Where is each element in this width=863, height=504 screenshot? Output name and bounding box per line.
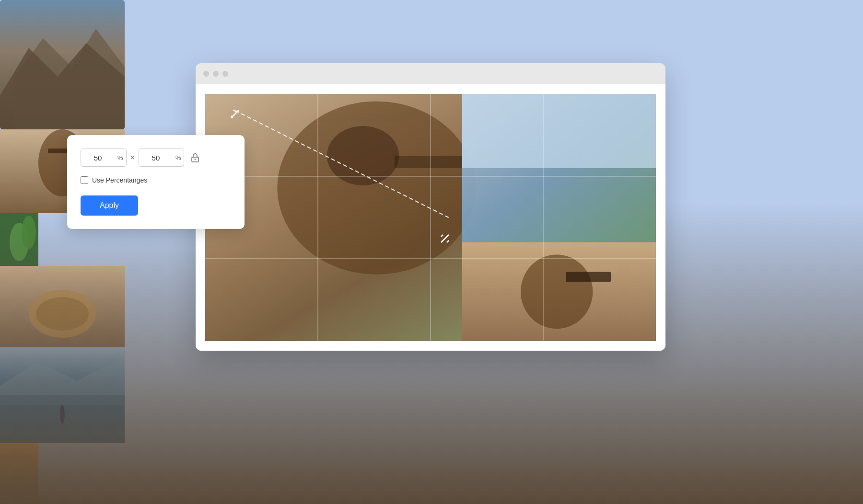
use-percentages-row: Use Percentanges [81,176,231,184]
browser-dot-green [222,71,228,77]
use-percentages-checkbox[interactable] [81,176,88,184]
width-unit: % [115,154,126,161]
lock-icon[interactable] [188,150,202,165]
width-input-container: % [81,149,127,167]
height-input[interactable] [139,154,173,162]
width-input[interactable] [81,154,115,162]
svg-rect-28 [462,94,656,168]
svg-rect-26 [395,156,462,168]
resize-popup: % × % Use Percentanges Apply [67,135,245,229]
browser-dot-red [203,71,209,77]
main-photo-area [205,94,656,341]
browser-titlebar [196,63,665,84]
svg-point-31 [521,254,593,329]
svg-point-24 [277,101,476,274]
svg-point-48 [195,159,196,160]
apply-button[interactable]: Apply [81,195,138,216]
height-input-container: % [139,149,185,167]
popup-inputs-row: % × % [81,149,231,167]
svg-rect-32 [566,272,611,282]
height-unit: % [173,154,184,161]
use-percentages-label[interactable]: Use Percentanges [92,176,147,184]
multiply-sign: × [130,153,135,162]
browser-window [196,63,665,351]
browser-dot-yellow [213,71,219,77]
photo-mountain [0,0,125,129]
browser-content [196,84,665,351]
